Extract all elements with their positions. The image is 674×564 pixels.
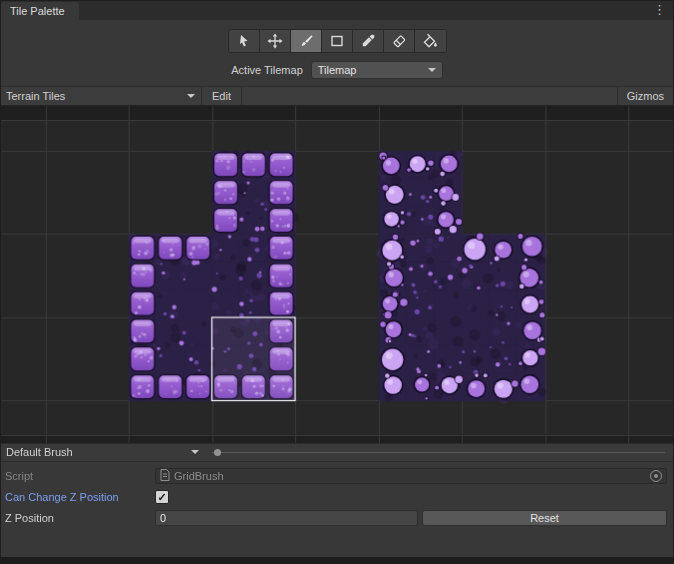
- tool-button-group: [228, 29, 447, 53]
- eyedropper-icon: [360, 33, 376, 49]
- active-tilemap-value: Tilemap: [318, 64, 357, 76]
- palette-name: Terrain Tiles: [6, 90, 65, 102]
- chevron-down-icon: [187, 94, 195, 98]
- can-change-z-label: Can Change Z Position: [5, 491, 155, 503]
- tab-tile-palette[interactable]: Tile Palette: [1, 2, 79, 20]
- tool-box-fill-button[interactable]: [322, 30, 353, 52]
- tool-fill-button[interactable]: [415, 30, 446, 52]
- chevron-down-icon: [191, 450, 199, 454]
- reset-button[interactable]: Reset: [422, 510, 667, 526]
- tool-paint-button[interactable]: [291, 30, 322, 52]
- move-icon: [267, 33, 283, 49]
- slider-handle[interactable]: [214, 449, 221, 456]
- kebab-menu-icon[interactable]: ⋮: [653, 3, 666, 17]
- box-icon: [329, 33, 345, 49]
- empty-space: [1, 529, 673, 557]
- script-label: Script: [5, 470, 155, 482]
- script-row: Script GridBrush: [1, 466, 673, 487]
- brush-toolbar: Default Brush: [1, 443, 673, 462]
- script-value: GridBrush: [174, 470, 224, 482]
- brush-inspector: Script GridBrush Can Change Z Position ✓…: [1, 462, 673, 529]
- z-position-input[interactable]: [155, 510, 418, 526]
- active-tilemap-dropdown[interactable]: Tilemap: [311, 61, 443, 79]
- z-position-label: Z Position: [5, 512, 155, 524]
- object-picker-icon: [650, 470, 662, 482]
- tool-select-button[interactable]: [229, 30, 260, 52]
- z-position-row: Z Position Reset: [1, 508, 673, 529]
- tab-bar: Tile Palette ⋮: [1, 1, 673, 20]
- brush-dropdown[interactable]: Default Brush: [1, 444, 206, 461]
- paint-bucket-icon: [422, 33, 438, 49]
- can-change-z-checkbox[interactable]: ✓: [155, 490, 169, 504]
- tools-toolbar: [1, 29, 673, 53]
- tool-move-button[interactable]: [260, 30, 291, 52]
- gizmos-button[interactable]: Gizmos: [617, 87, 673, 105]
- script-file-icon: [160, 469, 170, 483]
- tile-palette-canvas[interactable]: [1, 106, 673, 443]
- tool-erase-button[interactable]: [384, 30, 415, 52]
- tool-pick-button[interactable]: [353, 30, 384, 52]
- active-tilemap-label: Active Tilemap: [231, 64, 303, 76]
- can-change-z-row: Can Change Z Position ✓: [1, 487, 673, 508]
- edit-button[interactable]: Edit: [202, 87, 241, 105]
- palette-dropdown[interactable]: Terrain Tiles: [1, 87, 201, 105]
- tab-title: Tile Palette: [10, 5, 65, 17]
- chevron-down-icon: [428, 68, 436, 72]
- brush-dropdown-value: Default Brush: [6, 446, 73, 458]
- cursor-icon: [236, 33, 252, 49]
- active-tilemap-row: Active Tilemap Tilemap: [1, 61, 673, 79]
- brush-size-slider[interactable]: [212, 452, 665, 453]
- separator: [241, 87, 242, 105]
- tile-palette-window: Tile Palette ⋮: [0, 0, 674, 564]
- checkmark-icon: ✓: [157, 491, 166, 504]
- script-object-field: GridBrush: [155, 468, 667, 484]
- eraser-icon: [391, 33, 407, 49]
- window-bottom-edge: [1, 557, 673, 564]
- palette-header-bar: Terrain Tiles Edit Gizmos: [1, 86, 673, 106]
- paintbrush-icon: [298, 33, 314, 49]
